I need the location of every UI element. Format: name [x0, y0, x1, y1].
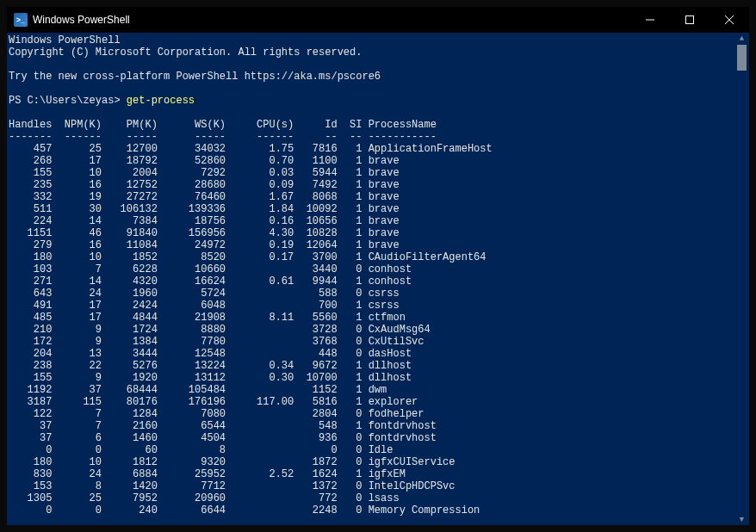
prompt: PS C:\Users\zeyas>: [9, 95, 127, 107]
titlebar[interactable]: >_ Windows PowerShell: [7, 7, 749, 33]
table-row: 3187 115 80176 176196 117.00 5816 1 expl…: [9, 396, 418, 408]
console-output[interactable]: Windows PowerShell Copyright (C) Microso…: [7, 33, 734, 525]
powershell-window: >_ Windows PowerShell Windows PowerShell…: [7, 7, 749, 525]
table-row: 172 9 1384 7780 3768 0 CxUtilSvc: [9, 336, 424, 348]
table-row: 180 10 1812 9320 1872 0 igfxCUIService: [9, 456, 455, 468]
command-text: get-process: [127, 95, 195, 107]
table-row: 1305 25 7952 20960 772 0 lsass: [9, 492, 400, 504]
close-button[interactable]: [710, 7, 749, 33]
scroll-thumb[interactable]: [737, 45, 747, 71]
table-row: 511 30 106132 139336 1.84 10092 1 brave: [9, 203, 400, 215]
table-row: 37 6 1460 4504 936 0 fontdrvhost: [9, 432, 437, 444]
table-row: 37 7 2160 6544 548 1 fontdrvhost: [9, 420, 437, 432]
table-row: 1151 46 91840 156956 4.30 10828 1 brave: [9, 227, 400, 239]
table-row: 491 17 2424 6048 700 1 csrss: [9, 300, 400, 312]
table-row: 103 7 6228 10660 3440 0 conhost: [9, 263, 412, 275]
window-title: Windows PowerShell: [33, 14, 630, 26]
table-row: 268 17 18792 52860 0.70 1100 1 brave: [9, 155, 400, 167]
table-row: 332 19 27272 76460 1.67 8068 1 brave: [9, 191, 400, 203]
svg-rect-1: [686, 16, 694, 24]
table-row: 155 9 1920 13112 0.30 10700 1 dllhost: [9, 372, 412, 384]
table-row: 0 0 240 6644 2248 0 Memory Compression: [9, 504, 480, 517]
table-row: 153 8 1420 7712 1372 0 IntelCpHDCPSvc: [9, 480, 455, 492]
minimize-icon: [646, 15, 654, 24]
table-row: 1192 37 68444 105484 1152 1 dwm: [9, 384, 387, 396]
table-row: 180 10 1852 8520 0.17 3700 1 CAudioFilte…: [9, 251, 486, 263]
table-row: 485 17 4844 21908 8.11 5560 1 ctfmon: [9, 312, 406, 324]
table-row: 235 16 12752 28680 0.09 7492 1 brave: [9, 179, 400, 191]
scroll-down-arrow-icon[interactable]: ▼: [738, 516, 746, 523]
table-row: 0 0 60 8 0 0 Idle: [9, 444, 393, 456]
scroll-up-arrow-icon[interactable]: ▲: [738, 34, 746, 42]
table-row: 155 10 2004 7292 0.03 5944 1 brave: [9, 167, 400, 179]
table-separator: ------- ------ ----- ----- ------ -- -- …: [9, 131, 437, 143]
table-row: 279 16 11084 24972 0.19 12064 1 brave: [9, 239, 400, 251]
table-row: 210 9 1724 8880 3728 0 CxAudMsg64: [9, 324, 431, 336]
maximize-icon: [685, 15, 694, 24]
table-row: 204 13 3444 12548 448 0 dasHost: [9, 348, 412, 360]
maximize-button[interactable]: [670, 7, 710, 33]
table-row: 238 22 5276 13224 0.34 9672 1 dllhost: [9, 360, 412, 372]
table-row: 830 24 6884 25952 2.52 1624 1 igfxEM: [9, 468, 406, 480]
app-icon: >_: [14, 13, 28, 27]
close-icon: [725, 15, 734, 24]
table-row: 457 25 12700 34032 1.75 7816 1 Applicati…: [9, 143, 493, 155]
table-row: 643 24 1960 5724 588 0 csrss: [9, 288, 400, 300]
table-header: Handles NPM(K) PM(K) WS(K) CPU(s) Id SI …: [9, 119, 437, 131]
scrollbar[interactable]: ▲ ▼: [734, 33, 749, 525]
table-row: 122 7 1284 7080 2804 0 fodhelper: [9, 408, 424, 420]
table-row: 271 14 4320 16624 0.61 9944 1 conhost: [9, 275, 412, 288]
table-row: 224 14 7384 18756 0.16 10656 1 brave: [9, 215, 400, 227]
console-area: Windows PowerShell Copyright (C) Microso…: [7, 33, 749, 525]
minimize-button[interactable]: [630, 7, 670, 33]
window-controls: [630, 7, 749, 33]
